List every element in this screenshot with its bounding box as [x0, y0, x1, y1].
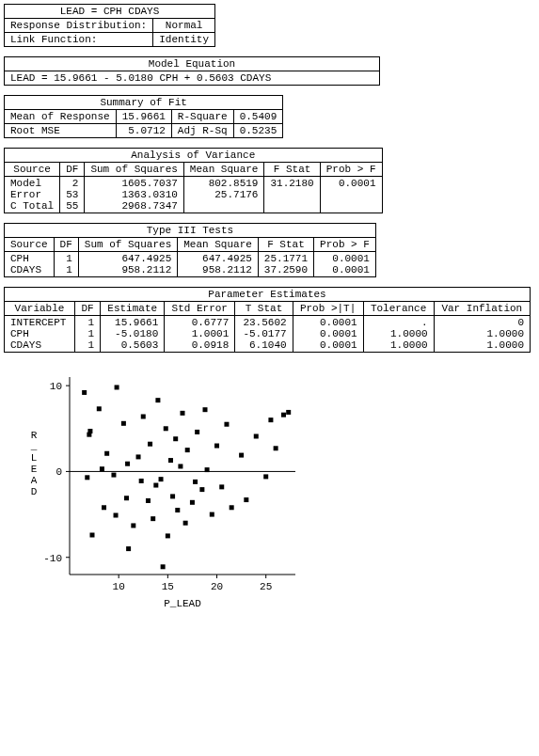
svg-rect-46 [168, 458, 173, 463]
svg-rect-41 [155, 398, 160, 402]
table-title: Analysis of Variance [5, 149, 383, 163]
col-header: Prob > F [320, 163, 382, 177]
table-title: Type III Tests [5, 224, 376, 238]
col-header: Variable [5, 302, 75, 316]
svg-text:20: 20 [211, 581, 223, 592]
svg-text:P_LEAD: P_LEAD [164, 598, 201, 609]
svg-rect-52 [183, 521, 188, 526]
svg-rect-28 [115, 385, 119, 389]
link-value: Identity [153, 33, 215, 47]
col-header: DF [75, 302, 101, 316]
svg-rect-54 [190, 500, 195, 505]
svg-rect-71 [281, 413, 286, 417]
col-header: Source [5, 163, 60, 177]
table-cell: 802.851925.7176 [183, 177, 264, 213]
svg-rect-33 [131, 523, 135, 528]
table-cell: 31.2180 [264, 177, 320, 213]
table-cell: 0.0001 [320, 177, 382, 213]
dist-label: Response Distribution: [5, 19, 153, 33]
svg-text:0: 0 [55, 466, 62, 478]
svg-text:D: D [31, 486, 38, 497]
svg-rect-69 [268, 417, 273, 422]
svg-rect-34 [136, 454, 141, 459]
svg-text:_: _ [30, 441, 38, 452]
svg-rect-60 [210, 512, 214, 517]
svg-rect-27 [114, 513, 119, 518]
svg-rect-24 [102, 505, 106, 510]
col-header: Tolerance [363, 302, 434, 316]
header-table: LEAD = CPH CDAYS Response Distribution: … [4, 4, 215, 47]
svg-rect-66 [244, 497, 248, 502]
svg-rect-17 [82, 390, 87, 395]
col-header: Mean Square [178, 238, 259, 252]
svg-rect-37 [146, 498, 151, 503]
svg-rect-59 [205, 467, 210, 472]
col-header: T Stat [235, 302, 293, 316]
svg-text:-10: -10 [43, 553, 62, 564]
model-eq-title: Model Equation [5, 57, 380, 71]
table-cell: 0.00010.0001 [314, 252, 376, 277]
col-header: Estimate [101, 302, 165, 316]
svg-text:10: 10 [113, 581, 125, 592]
svg-rect-42 [159, 477, 164, 481]
svg-rect-50 [178, 464, 182, 468]
sum-l1b: 15.9661 [116, 110, 171, 124]
table-cell: 23.5602-5.01776.1040 [235, 316, 293, 353]
col-header: F Stat [264, 163, 320, 177]
col-header: Var Inflation [434, 302, 530, 316]
sum-l2c: Adj R-Sq [171, 124, 233, 138]
svg-rect-40 [153, 483, 158, 488]
svg-rect-35 [139, 479, 144, 483]
svg-rect-36 [141, 415, 146, 419]
table-cell: 25.177137.2590 [258, 252, 313, 277]
svg-rect-44 [164, 426, 168, 431]
svg-rect-21 [90, 533, 95, 538]
table-cell: 0.00010.00010.0001 [293, 316, 363, 353]
type3-table: Type III TestsSourceDFSum of SquaresMean… [4, 223, 376, 277]
svg-text:A: A [31, 475, 38, 486]
svg-text:R: R [31, 430, 38, 441]
sum-l1d: 0.5409 [233, 110, 283, 124]
svg-rect-45 [166, 533, 170, 538]
svg-rect-47 [170, 494, 175, 498]
table-cell: ModelErrorC Total [5, 177, 60, 213]
svg-text:25: 25 [260, 581, 272, 592]
svg-rect-62 [219, 484, 224, 489]
svg-rect-58 [203, 407, 208, 412]
svg-text:L: L [31, 452, 38, 464]
svg-rect-55 [193, 480, 198, 484]
svg-rect-18 [85, 475, 89, 480]
table-cell: INTERCEPTCPHCDAYS [5, 316, 75, 353]
svg-rect-29 [121, 421, 126, 426]
col-header: DF [60, 163, 85, 177]
table-cell: 1605.70371363.03102968.7347 [85, 177, 183, 213]
summary-title: Summary of Fit [5, 96, 283, 110]
svg-rect-23 [100, 466, 104, 471]
svg-rect-31 [125, 462, 130, 466]
table-cell: 01.00001.0000 [434, 316, 530, 353]
svg-rect-56 [195, 430, 199, 434]
col-header: Prob >|T| [293, 302, 363, 316]
summary-table: Summary of Fit Mean of Response 15.9661 … [4, 95, 283, 138]
svg-rect-30 [124, 496, 129, 500]
col-header: Mean Square [183, 163, 264, 177]
header-line1: LEAD = CPH CDAYS [5, 5, 215, 19]
table-cell: CPHCDAYS [5, 252, 55, 277]
col-header: Source [5, 238, 55, 252]
svg-rect-49 [175, 508, 180, 512]
svg-text:E: E [31, 464, 38, 475]
sum-l2b: 5.0712 [116, 124, 171, 138]
svg-rect-38 [148, 442, 152, 447]
sum-l2a: Root MSE [5, 124, 117, 138]
svg-rect-22 [97, 406, 102, 411]
svg-rect-26 [111, 473, 116, 478]
col-header: F Stat [258, 238, 313, 252]
svg-text:15: 15 [162, 581, 174, 592]
svg-rect-25 [104, 451, 109, 456]
svg-rect-67 [254, 434, 259, 439]
table-cell: 15.9661-5.01800.5603 [101, 316, 165, 353]
table-cell: .1.00001.0000 [363, 316, 434, 353]
svg-rect-53 [185, 448, 190, 452]
svg-rect-61 [214, 444, 219, 449]
col-header: Std Error [165, 302, 235, 316]
